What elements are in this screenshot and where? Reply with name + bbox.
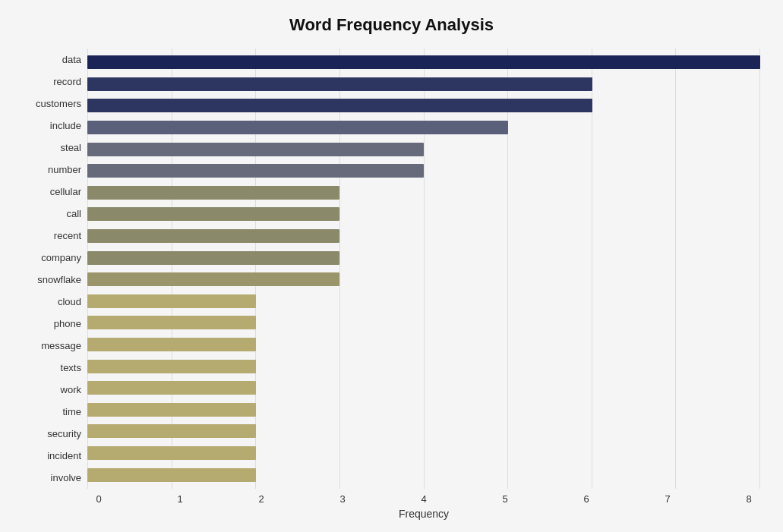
- y-label: incident: [47, 446, 81, 466]
- x-tick: 0: [87, 493, 110, 505]
- y-label: include: [50, 116, 81, 136]
- y-label: customers: [36, 94, 81, 114]
- x-tick: 7: [656, 493, 679, 505]
- bar-row: [87, 293, 760, 310]
- bar-row: [87, 228, 760, 244]
- bar: [87, 403, 256, 417]
- bar-row: [87, 119, 760, 136]
- x-tick: 4: [412, 493, 435, 505]
- y-label: cloud: [58, 292, 81, 312]
- bar: [87, 186, 339, 200]
- bar: [87, 360, 256, 373]
- bar: [87, 468, 256, 482]
- bar-row: [87, 271, 760, 288]
- bar: [87, 272, 339, 286]
- y-label: texts: [61, 358, 81, 378]
- bar: [87, 99, 592, 112]
- y-label: recent: [54, 226, 81, 246]
- chart-title: Word Frequency Analysis: [23, 15, 760, 35]
- y-label: company: [41, 248, 81, 268]
- bar-row: [87, 379, 760, 396]
- y-label: call: [66, 204, 81, 224]
- bar: [87, 143, 424, 156]
- bar-row: [87, 401, 760, 418]
- x-axis-area: 012345678 Frequency: [87, 493, 760, 520]
- y-label: time: [62, 402, 81, 422]
- bar: [87, 55, 760, 69]
- x-axis-title: Frequency: [87, 508, 760, 520]
- bar: [87, 229, 339, 243]
- bar: [87, 316, 256, 329]
- bar: [87, 381, 256, 395]
- chart-area: datarecordcustomersincludestealnumbercel…: [23, 49, 760, 489]
- bar-row: [87, 97, 760, 114]
- y-label: number: [48, 160, 81, 180]
- y-label: involve: [51, 468, 81, 488]
- y-label: data: [62, 50, 81, 70]
- bar: [87, 77, 592, 91]
- y-labels: datarecordcustomersincludestealnumbercel…: [23, 49, 87, 489]
- bar: [87, 338, 256, 351]
- bar-row: [87, 162, 760, 179]
- bars-wrapper: [87, 49, 760, 489]
- chart-container: Word Frequency Analysis datarecordcustom…: [0, 0, 783, 532]
- bar-row: [87, 358, 760, 375]
- y-label: work: [61, 380, 81, 400]
- y-label: security: [47, 424, 81, 444]
- bar: [87, 164, 424, 178]
- y-label: phone: [54, 314, 81, 334]
- x-tick: 5: [494, 493, 516, 505]
- bar-row: [87, 314, 760, 331]
- bar: [87, 446, 256, 460]
- bar: [87, 294, 256, 308]
- bar: [87, 424, 256, 438]
- x-tick: 2: [250, 493, 273, 505]
- y-label: message: [41, 336, 81, 356]
- bar-row: [87, 250, 760, 266]
- bar-row: [87, 141, 760, 158]
- bar-row: [87, 445, 760, 461]
- x-tick: 1: [169, 493, 191, 505]
- bar-row: [87, 76, 760, 93]
- bar-row: [87, 184, 760, 201]
- bar-row: [87, 467, 760, 483]
- x-tick: 6: [575, 493, 598, 505]
- x-tick: 8: [737, 493, 760, 505]
- y-label: snowflake: [37, 270, 81, 290]
- bars-and-grid: [87, 49, 760, 489]
- x-axis-labels: 012345678: [87, 493, 760, 505]
- y-label: steal: [61, 138, 81, 158]
- bar: [87, 251, 339, 265]
- bar-row: [87, 336, 760, 353]
- bar-row: [87, 54, 760, 71]
- y-label: cellular: [50, 182, 81, 202]
- bar-row: [87, 423, 760, 439]
- grid-and-bars: [87, 49, 760, 489]
- x-tick: 3: [331, 493, 354, 505]
- y-label: record: [53, 72, 81, 92]
- bar: [87, 207, 339, 221]
- bar-row: [87, 206, 760, 222]
- bar: [87, 121, 508, 134]
